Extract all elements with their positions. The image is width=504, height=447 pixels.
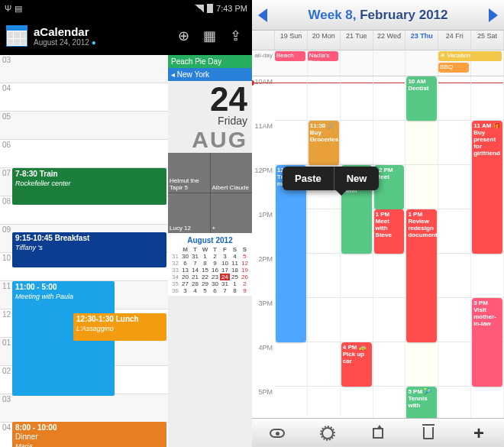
mini-cal-day[interactable]: 5 — [240, 253, 250, 260]
day-column[interactable]: 12 PM Meet1 PM Meet with Steve — [373, 76, 406, 418]
day-column[interactable]: 12 PM 🍴 Lunch with Jenn4 PM 🚕 Pick up ca… — [341, 76, 373, 418]
mini-cal-day[interactable]: 10 — [220, 260, 230, 267]
mini-cal-day[interactable]: 29 — [200, 280, 210, 287]
visibility-icon[interactable] — [269, 425, 286, 442]
day-timeline[interactable]: 0304050607080910111201020304050607080910… — [0, 55, 168, 447]
mini-cal-day[interactable]: 24 — [220, 274, 230, 280]
mini-cal-day[interactable]: 19 — [240, 267, 250, 274]
contact-tile[interactable]: Lucy 12 — [168, 193, 210, 233]
allday-event[interactable]: Nadia's Birth — [308, 51, 338, 61]
mini-cal-day[interactable]: 9 — [210, 260, 220, 267]
mini-cal-day[interactable]: 35 — [170, 280, 180, 287]
hour-row[interactable]: 06 — [0, 140, 168, 168]
mini-cal-day[interactable]: 20 — [180, 274, 190, 280]
hour-row[interactable]: 04 — [0, 83, 168, 112]
week-event[interactable]: 11 AM 🎁 Buy present for girlfriend — [472, 121, 502, 254]
delete-icon[interactable] — [420, 425, 437, 442]
add-event-icon[interactable]: ⊕ — [178, 28, 189, 44]
mini-cal-day[interactable]: 30 — [180, 253, 190, 260]
mini-cal-day[interactable]: 32 — [170, 260, 180, 267]
contact-tile[interactable]: + — [211, 193, 253, 233]
mini-cal-day[interactable]: 2 — [210, 253, 220, 260]
mini-cal-day[interactable]: 1 — [230, 280, 240, 287]
prev-week-button[interactable] — [258, 8, 267, 22]
new-event-button[interactable]: New — [334, 167, 380, 190]
mini-cal-day[interactable]: 1 — [200, 253, 210, 260]
mini-cal-day[interactable]: 26 — [240, 274, 250, 280]
mini-cal-day[interactable]: 16 — [210, 267, 220, 274]
contact-tile[interactable]: Helmut the Tapir 5 — [168, 153, 210, 193]
mini-cal-day[interactable]: 22 — [200, 274, 210, 280]
week-event[interactable]: 3 PM Visit mother-in-law — [472, 298, 502, 387]
calendar-event[interactable]: 9:15-10:45 BreakfastTiffany 's — [12, 232, 166, 267]
allday-event[interactable]: Beach — [275, 51, 305, 61]
allday-event[interactable]: BBQ — [438, 63, 469, 73]
calendar-view-icon[interactable]: ▦ — [203, 28, 216, 44]
hour-row[interactable]: 05 — [0, 112, 168, 140]
weekday-header[interactable]: 23 Thu — [405, 31, 438, 50]
week-event[interactable]: 10 AM Dentist — [406, 76, 437, 121]
mini-cal-day[interactable]: 4 — [190, 287, 200, 294]
mini-cal-day[interactable]: 33 — [170, 267, 180, 274]
mini-cal-day[interactable]: 34 — [170, 274, 180, 280]
weekday-header[interactable]: 20 Mon — [308, 31, 341, 50]
mini-calendar[interactable]: August 2012 MTWTFSS313031123453267891011… — [168, 233, 252, 296]
mini-cal-day[interactable]: 23 — [210, 274, 220, 280]
next-week-button[interactable] — [489, 8, 498, 22]
mini-cal-day[interactable]: 8 — [200, 260, 210, 267]
mini-cal-day[interactable]: 31 — [190, 253, 200, 260]
mini-cal-day[interactable]: 17 — [220, 267, 230, 274]
day-column[interactable]: 11 AM 🎁 Buy present for girlfriend3 PM V… — [471, 76, 504, 418]
mini-cal-day[interactable]: 2 — [240, 280, 250, 287]
day-column[interactable]: 11:30 🛒 Buy Groceries — [308, 76, 341, 418]
weekday-header[interactable]: 24 Fri — [438, 31, 471, 50]
calendar-event[interactable]: 8:00 - 10:00DinnerMaria — [12, 422, 166, 447]
share-icon[interactable]: ⇪ — [230, 28, 241, 44]
week-grid[interactable]: 10AM11AM12PM1PM2PM3PM4PM5PM6PM 12 PM Tra… — [252, 76, 504, 418]
allday-event[interactable]: ☀ Vacation — [438, 51, 502, 61]
hour-row[interactable]: 03 — [0, 55, 168, 83]
week-event[interactable]: 5 PM 🎾 Tennis with — [406, 387, 437, 418]
mini-cal-day[interactable]: 25 — [230, 274, 240, 280]
export-icon[interactable] — [370, 425, 386, 442]
mini-cal-day[interactable]: 18 — [230, 267, 240, 274]
week-event[interactable]: 1 PM Meet with Steve — [374, 209, 405, 254]
mini-cal-day[interactable]: 4 — [230, 253, 240, 260]
day-column[interactable]: 12 PM Train for marathon — [275, 76, 308, 418]
mini-cal-day[interactable]: 30 — [210, 280, 220, 287]
mini-cal-day[interactable]: 3 — [180, 287, 190, 294]
contact-tile[interactable]: Albert Claude — [211, 153, 253, 193]
app-logo-icon[interactable] — [6, 25, 27, 47]
mini-cal-day[interactable]: 9 — [240, 287, 250, 294]
mini-cal-day[interactable]: 5 — [200, 287, 210, 294]
mini-cal-day[interactable]: 36 — [170, 287, 180, 294]
week-event[interactable]: 4 PM 🚕 Pick up car — [341, 342, 372, 387]
allday-row[interactable]: all-day BeachNadia's Birth☀ VacationBBQ — [252, 50, 504, 76]
mini-cal-day[interactable]: 31 — [220, 280, 230, 287]
mini-cal-day[interactable]: 8 — [230, 287, 240, 294]
mini-cal-day[interactable]: 12 — [240, 260, 250, 267]
day-column[interactable]: 10 AM Dentist1 PM Review redesign docume… — [405, 76, 438, 418]
mini-cal-day[interactable]: 11 — [230, 260, 240, 267]
mini-cal-day[interactable]: 6 — [210, 287, 220, 294]
week-event[interactable]: 11:30 🛒 Buy Groceries — [309, 121, 339, 165]
mini-cal-day[interactable]: 14 — [190, 267, 200, 274]
mini-cal-day[interactable]: 7 — [220, 287, 230, 294]
weekday-header[interactable]: 19 Sun — [275, 31, 308, 50]
day-banner[interactable]: Peach Pie Day — [168, 55, 252, 68]
paste-button[interactable]: Paste — [283, 167, 334, 190]
mini-cal-day[interactable]: 6 — [180, 260, 190, 267]
calendar-event[interactable]: 12:30-1:30 LunchL'Assaggino — [73, 313, 166, 341]
mini-cal-day[interactable]: 7 — [190, 260, 200, 267]
weekday-header[interactable]: 21 Tue — [341, 31, 373, 50]
calendar-event[interactable]: 7-8:30 TrainRockefeller center — [12, 168, 166, 205]
mini-cal-day[interactable]: 13 — [180, 267, 190, 274]
add-button[interactable]: + — [470, 425, 487, 442]
mini-cal-day[interactable]: 3 — [220, 253, 230, 260]
weekday-header[interactable]: 25 Sat — [471, 31, 504, 50]
mini-cal-day[interactable]: 31 — [170, 253, 180, 260]
mini-cal-day[interactable]: 21 — [190, 274, 200, 280]
day-banner[interactable]: ◂ New York — [168, 68, 252, 81]
mini-cal-day[interactable]: 28 — [190, 280, 200, 287]
settings-icon[interactable] — [319, 425, 336, 442]
